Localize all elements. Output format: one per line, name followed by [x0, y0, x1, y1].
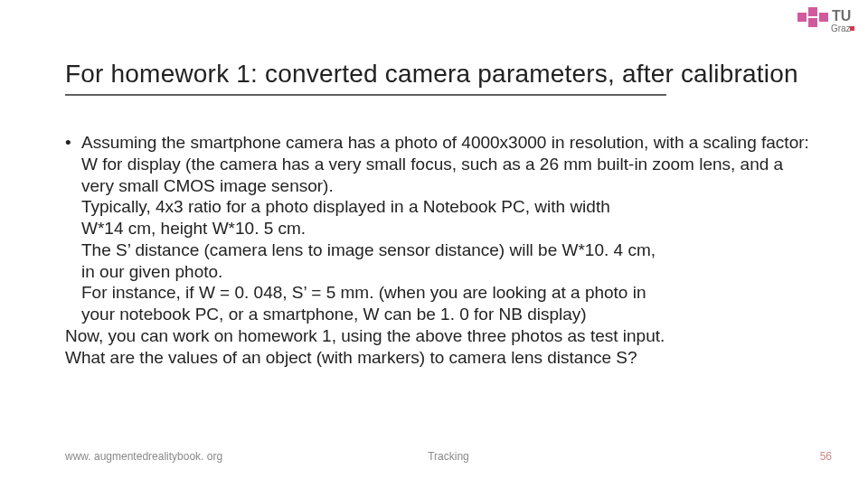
- body-line: W*14 cm, height W*10. 5 cm.: [65, 218, 814, 239]
- slide-body: • Assuming the smartphone camera has a p…: [65, 132, 814, 368]
- body-line: your notebook PC, or a smartphone, W can…: [65, 304, 814, 325]
- body-line: Typically, 4x3 ratio for a photo display…: [65, 196, 814, 218]
- footer-center: Tracking: [65, 450, 832, 463]
- body-line: What are the values of an object (with m…: [65, 347, 814, 369]
- svg-rect-3: [819, 13, 828, 22]
- svg-rect-6: [850, 26, 854, 31]
- slide: TU Graz For homework 1: converted camera…: [0, 0, 868, 488]
- bullet-item: • Assuming the smartphone camera has a p…: [65, 132, 814, 196]
- svg-rect-2: [808, 18, 817, 27]
- bullet-dot-icon: •: [65, 132, 81, 196]
- svg-rect-1: [808, 7, 817, 16]
- body-line: For instance, if W = 0. 048, S’ = 5 mm. …: [65, 282, 814, 304]
- tu-graz-logo: TU Graz: [792, 5, 855, 42]
- title-underline: [65, 94, 666, 96]
- footer: www. augmentedrealitybook. org Tracking …: [65, 450, 832, 463]
- body-line: in our given photo.: [65, 261, 814, 283]
- svg-text:TU: TU: [832, 8, 851, 23]
- bullet-text: Assuming the smartphone camera has a pho…: [81, 132, 814, 196]
- slide-title: For homework 1: converted camera paramet…: [65, 60, 798, 89]
- svg-rect-0: [797, 13, 807, 22]
- svg-text:Graz: Graz: [831, 23, 851, 33]
- body-line: The S’ distance (camera lens to image se…: [65, 239, 814, 261]
- body-line: Now, you can work on homework 1, using t…: [65, 325, 814, 347]
